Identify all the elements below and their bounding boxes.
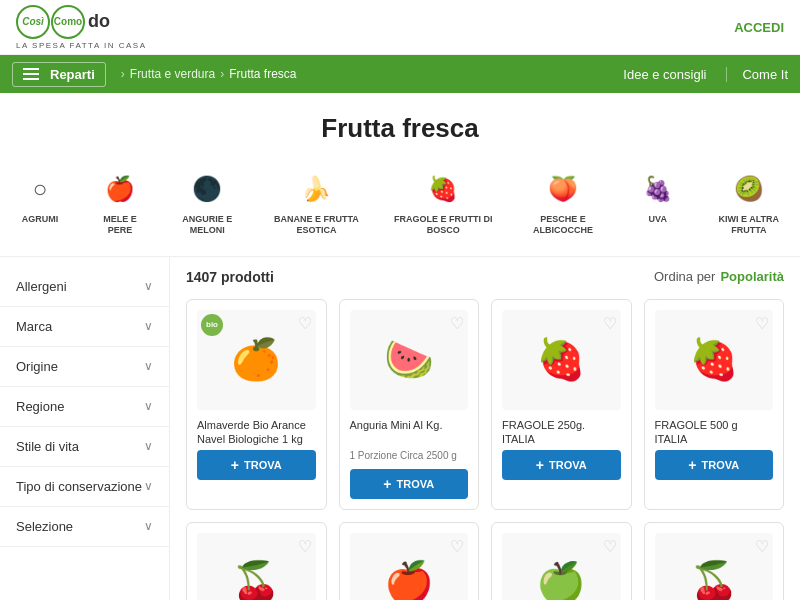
wishlist-icon-5[interactable]: ♡	[450, 537, 464, 556]
filter-origine[interactable]: Origine ∨	[0, 347, 169, 387]
sort-area: Ordina per Popolarità	[654, 269, 784, 284]
reparti-button[interactable]: Reparti	[12, 62, 106, 87]
wishlist-icon-1[interactable]: ♡	[450, 314, 464, 333]
filter-chevron-icon-2: ∨	[144, 359, 153, 373]
category-item-2[interactable]: 🌑 ANGURIE E MELONI	[160, 164, 254, 241]
wishlist-icon-2[interactable]: ♡	[603, 314, 617, 333]
page-title: Frutta fresca	[10, 113, 790, 144]
category-label-2: ANGURIE E MELONI	[174, 214, 240, 236]
filter-label-1: Marca	[16, 319, 52, 334]
category-icon-6: 🍇	[638, 169, 678, 209]
navbar: Reparti › Frutta e verdura › Frutta fres…	[0, 55, 800, 93]
accedi-button[interactable]: ACCEDI	[734, 20, 784, 35]
filter-selezione[interactable]: Selezione ∨	[0, 507, 169, 547]
header: Così Como do LA SPESA FATTA IN CASA ACCE…	[0, 0, 800, 55]
category-item-0[interactable]: ○ AGRUMI	[0, 164, 80, 241]
wishlist-icon-4[interactable]: ♡	[298, 537, 312, 556]
nav-right-links: Idee e consigli Come It	[623, 67, 788, 82]
product-card-0: bio ♡ 🍊 Almaverde Bio Arance Navel Biolo…	[186, 299, 327, 510]
product-sub-1: 1 Porzione Circa 2500 g	[350, 450, 469, 461]
product-icon-0: 🍊	[231, 336, 281, 383]
bio-badge-0: bio	[201, 314, 223, 336]
reparti-label: Reparti	[50, 67, 95, 82]
breadcrumb-frutta-fresca[interactable]: Frutta fresca	[229, 67, 296, 81]
card-top-0: bio ♡ 🍊	[197, 310, 316, 410]
header-right: ACCEDI	[734, 20, 784, 35]
trova-plus-icon-2: +	[536, 457, 544, 473]
filter-chevron-icon-0: ∨	[144, 279, 153, 293]
filter-marca[interactable]: Marca ∨	[0, 307, 169, 347]
category-item-6[interactable]: 🍇 UVA	[618, 164, 698, 241]
content-area: 1407 prodotti Ordina per Popolarità bio …	[170, 257, 800, 600]
filter-label-4: Stile di vita	[16, 439, 79, 454]
logo-comodo-circle: Como	[51, 5, 85, 39]
category-item-4[interactable]: 🍓 FRAGOLE E FRUTTI DI BOSCO	[379, 164, 509, 241]
category-icon-3: 🍌	[296, 169, 336, 209]
trova-label-3: TROVA	[702, 459, 740, 471]
filter-allergeni[interactable]: Allergeni ∨	[0, 267, 169, 307]
filter-label-0: Allergeni	[16, 279, 67, 294]
filter-regione[interactable]: Regione ∨	[0, 387, 169, 427]
category-item-3[interactable]: 🍌 BANANE E FRUTTA ESOTICA	[254, 164, 378, 241]
card-top-2: ♡ 🍓	[502, 310, 621, 410]
product-card-4: ♡ 🍒 Ciliegie rosse + TROVA	[186, 522, 327, 600]
wishlist-icon-3[interactable]: ♡	[755, 314, 769, 333]
breadcrumb: › Frutta e verdura › Frutta fresca	[121, 67, 624, 81]
filter-tipo-di-conservazione[interactable]: Tipo di conservazione ∨	[0, 467, 169, 507]
category-label-1: MELE E PERE	[94, 214, 146, 236]
filter-chevron-icon-3: ∨	[144, 399, 153, 413]
trova-button-3[interactable]: + TROVA	[655, 450, 774, 480]
category-icon-5: 🍑	[543, 169, 583, 209]
filter-label-3: Regione	[16, 399, 64, 414]
wishlist-icon-0[interactable]: ♡	[298, 314, 312, 333]
filter-stile-di-vita[interactable]: Stile di vita ∨	[0, 427, 169, 467]
card-top-3: ♡ 🍓	[655, 310, 774, 410]
nav-idee-consigli[interactable]: Idee e consigli	[623, 67, 706, 82]
logo-subtitle: LA SPESA FATTA IN CASA	[16, 41, 147, 50]
category-item-1[interactable]: 🍎 MELE E PERE	[80, 164, 160, 241]
product-card-5: ♡ 🍎 Mele rosse + TROVA	[339, 522, 480, 600]
category-item-5[interactable]: 🍑 PESCHE E ALBICOCCHE	[508, 164, 618, 241]
category-icon-1: 🍎	[100, 169, 140, 209]
product-card-2: ♡ 🍓 FRAGOLE 250g. ITALIA + TROVA	[491, 299, 632, 510]
filter-label-6: Selezione	[16, 519, 73, 534]
trova-button-2[interactable]: + TROVA	[502, 450, 621, 480]
card-top-6: ♡ 🍏	[502, 533, 621, 600]
filter-chevron-icon-1: ∨	[144, 319, 153, 333]
filter-chevron-icon-5: ∨	[144, 479, 153, 493]
category-label-6: UVA	[649, 214, 667, 225]
product-icon-5: 🍎	[384, 559, 434, 600]
product-card-3: ♡ 🍓 FRAGOLE 500 g ITALIA + TROVA	[644, 299, 785, 510]
trova-button-0[interactable]: + TROVA	[197, 450, 316, 480]
sort-value[interactable]: Popolarità	[720, 269, 784, 284]
breadcrumb-frutta-verdura[interactable]: Frutta e verdura	[130, 67, 215, 81]
filter-chevron-icon-4: ∨	[144, 439, 153, 453]
trova-plus-icon-3: +	[688, 457, 696, 473]
product-icon-3: 🍓	[689, 336, 739, 383]
product-name-3: FRAGOLE 500 g ITALIA	[655, 418, 774, 447]
product-name-2: FRAGOLE 250g. ITALIA	[502, 418, 621, 447]
card-top-5: ♡ 🍎	[350, 533, 469, 600]
nav-come-it[interactable]: Come It	[726, 67, 788, 82]
breadcrumb-sep-icon: ›	[121, 67, 125, 81]
product-grid: bio ♡ 🍊 Almaverde Bio Arance Navel Biolo…	[186, 299, 784, 600]
trova-button-1[interactable]: + TROVA	[350, 469, 469, 499]
category-label-3: BANANE E FRUTTA ESOTICA	[268, 214, 364, 236]
wishlist-icon-6[interactable]: ♡	[603, 537, 617, 556]
product-icon-4: 🍒	[231, 559, 281, 600]
product-icon-6: 🍏	[536, 559, 586, 600]
category-label-7: KIWI E ALTRA FRUTTA	[712, 214, 786, 236]
category-icon-2: 🌑	[187, 169, 227, 209]
category-item-7[interactable]: 🥝 KIWI E ALTRA FRUTTA	[698, 164, 800, 241]
category-label-0: AGRUMI	[22, 214, 59, 225]
category-icon-4: 🍓	[423, 169, 463, 209]
filter-chevron-icon-6: ∨	[144, 519, 153, 533]
categories-bar: ○ AGRUMI 🍎 MELE E PERE 🌑 ANGURIE E MELON…	[0, 154, 800, 257]
wishlist-icon-7[interactable]: ♡	[755, 537, 769, 556]
hamburger-icon	[23, 68, 39, 80]
card-top-7: ♡ 🍒	[655, 533, 774, 600]
content-header: 1407 prodotti Ordina per Popolarità	[186, 269, 784, 285]
category-label-4: FRAGOLE E FRUTTI DI BOSCO	[393, 214, 495, 236]
sort-label: Ordina per	[654, 269, 715, 284]
product-icon-2: 🍓	[536, 336, 586, 383]
